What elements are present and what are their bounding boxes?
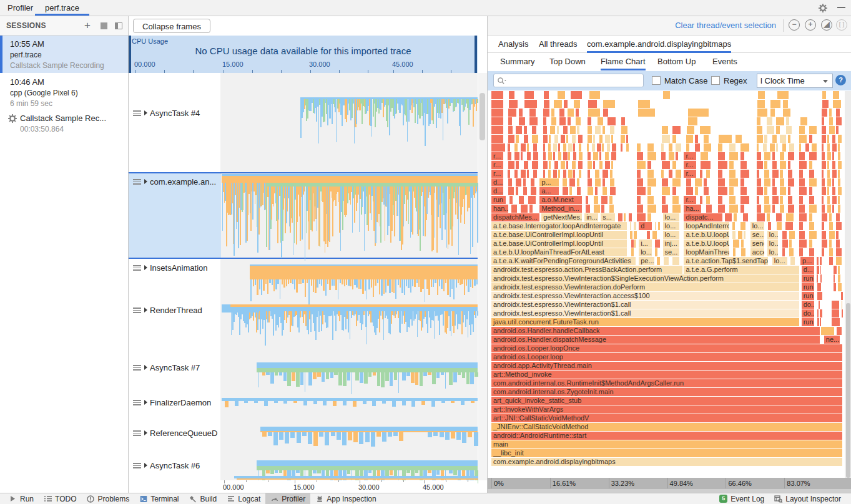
flame-frame[interactable] xyxy=(809,178,817,187)
flame-frame[interactable] xyxy=(570,126,576,134)
flame-frame[interactable]: a.t.e.a.G.perform xyxy=(684,266,799,274)
expand-arrow-icon[interactable] xyxy=(144,308,147,313)
flame-frame[interactable] xyxy=(572,161,575,169)
flame-frame[interactable]: lo... xyxy=(767,248,779,256)
flame-frame[interactable] xyxy=(608,117,616,125)
flame-frame[interactable] xyxy=(809,248,815,256)
flame-frame[interactable] xyxy=(661,143,664,152)
flame-frame[interactable] xyxy=(624,213,626,221)
flame-frame[interactable] xyxy=(799,187,807,195)
flame-frame[interactable] xyxy=(740,143,749,152)
thread-row-insetsanimation[interactable]: InsetsAnimation xyxy=(129,260,220,303)
zoom-out-icon[interactable]: − xyxy=(789,19,800,31)
flame-frame[interactable] xyxy=(780,170,782,178)
flame-frame[interactable]: a.t.e.action.Tap$1.sendTap xyxy=(684,257,768,265)
search-input[interactable] xyxy=(493,74,644,87)
flame-frame[interactable] xyxy=(578,135,583,143)
flame-frame[interactable]: android.os.Looper.loop xyxy=(491,353,842,361)
scrollbar-thumb[interactable] xyxy=(846,303,850,478)
flame-frame[interactable] xyxy=(772,187,777,195)
flame-frame[interactable] xyxy=(652,231,657,239)
flame-frame[interactable] xyxy=(820,309,822,317)
flame-frame[interactable] xyxy=(589,91,600,99)
flame-frame[interactable] xyxy=(578,161,583,169)
flame-frame[interactable] xyxy=(637,152,643,160)
flame-frame[interactable] xyxy=(809,213,812,221)
flame-frame[interactable]: s... xyxy=(601,213,615,221)
flame-frame[interactable] xyxy=(634,222,636,230)
flame-frame[interactable] xyxy=(827,187,829,195)
flame-frame[interactable] xyxy=(827,205,832,213)
flame-frame[interactable] xyxy=(740,205,744,213)
flame-frame[interactable]: loopAndInterrog... xyxy=(684,222,729,230)
flame-frame[interactable]: lo... xyxy=(767,231,779,239)
flame-frame[interactable] xyxy=(718,143,722,152)
flame-frame[interactable] xyxy=(634,231,637,239)
flame-frame[interactable] xyxy=(740,222,745,230)
flame-frame[interactable] xyxy=(822,178,825,187)
flame-frame[interactable] xyxy=(764,170,769,178)
flame-frame[interactable] xyxy=(563,143,566,152)
tab-top-down[interactable]: Top Down xyxy=(549,53,586,70)
flame-frame[interactable] xyxy=(569,178,575,187)
flame-frame[interactable] xyxy=(772,178,775,187)
flame-frame[interactable]: r... xyxy=(684,170,696,178)
tab-bottom-up[interactable]: Bottom Up xyxy=(657,53,696,70)
flame-frame[interactable] xyxy=(817,257,819,265)
flame-frame[interactable] xyxy=(764,187,767,195)
flame-frame[interactable] xyxy=(593,152,598,160)
flame-frame[interactable] xyxy=(776,213,782,221)
flame-frame[interactable] xyxy=(603,109,608,117)
flame-frame[interactable] xyxy=(531,178,535,187)
flame-frame[interactable] xyxy=(776,117,784,125)
flame-frame[interactable] xyxy=(595,170,599,178)
flame-frame[interactable] xyxy=(672,126,681,134)
flame-frame[interactable] xyxy=(588,170,590,178)
flame-frame[interactable] xyxy=(718,196,722,204)
collapse-frames-button[interactable]: Collapse frames xyxy=(133,19,210,33)
session-item-cpp[interactable]: 10:46 AM cpp (Google Pixel 6) 6 min 59 s… xyxy=(0,74,128,111)
flame-frame[interactable] xyxy=(822,91,826,99)
flame-frame[interactable] xyxy=(832,318,840,326)
flame-frame[interactable] xyxy=(519,196,524,204)
flame-frame[interactable] xyxy=(630,231,632,239)
flame-frame[interactable] xyxy=(829,240,832,248)
flame-frame[interactable] xyxy=(718,187,727,195)
flame-frame[interactable] xyxy=(611,135,613,143)
flame-frame[interactable] xyxy=(557,126,559,134)
flame-frame[interactable]: p... xyxy=(539,178,559,187)
flame-frame[interactable] xyxy=(822,248,824,256)
flame-frame[interactable] xyxy=(821,327,834,335)
flame-frame[interactable] xyxy=(563,126,567,134)
flame-frame[interactable]: run xyxy=(802,318,814,326)
flame-frame[interactable] xyxy=(573,170,575,178)
flame-frame[interactable] xyxy=(827,178,832,187)
tab-displayingbitmaps[interactable]: com.example.android.displayingbitmaps xyxy=(587,36,731,53)
flame-frame[interactable] xyxy=(571,91,581,99)
flame-frame[interactable] xyxy=(772,170,779,178)
flame-frame[interactable] xyxy=(832,196,837,204)
flame-frame[interactable] xyxy=(732,231,735,239)
flame-frame[interactable] xyxy=(827,135,829,143)
flame-frame[interactable] xyxy=(695,135,698,143)
flame-frame[interactable] xyxy=(661,170,664,178)
thread-activity-chart[interactable] xyxy=(220,303,478,344)
flame-frame[interactable] xyxy=(832,178,834,187)
flame-frame[interactable]: lo... xyxy=(750,222,764,230)
flame-frame[interactable] xyxy=(672,187,676,195)
statusbar-app-inspection[interactable]: App Inspection xyxy=(310,493,381,504)
flame-frame[interactable]: lo... xyxy=(767,240,779,248)
flame-frame[interactable] xyxy=(647,205,656,213)
flame-frame[interactable] xyxy=(588,109,600,117)
flame-frame[interactable]: art::Method_invoke xyxy=(491,371,842,379)
flame-frame[interactable] xyxy=(558,91,565,99)
flame-frame[interactable] xyxy=(799,143,802,152)
flame-frame[interactable] xyxy=(516,178,521,187)
flame-frame[interactable]: art::JNI::CallStaticVoidMethodV xyxy=(491,414,842,422)
flame-frame[interactable] xyxy=(838,205,841,213)
flame-frame[interactable] xyxy=(733,240,739,248)
flame-frame[interactable] xyxy=(529,205,533,213)
statusbar-problems[interactable]: Problems xyxy=(81,493,134,504)
flame-frame[interactable] xyxy=(799,170,802,178)
flame-chart-scrollbar[interactable] xyxy=(845,91,851,478)
